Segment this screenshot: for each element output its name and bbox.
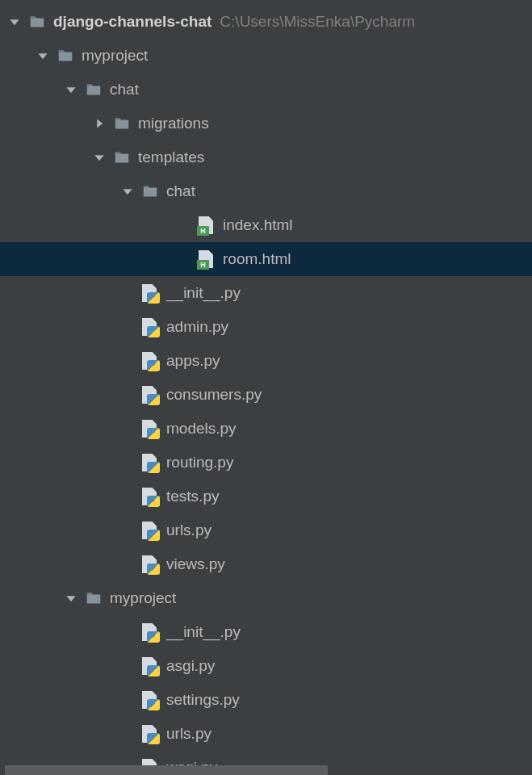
tree-item-label: urls.py: [166, 725, 212, 743]
folder-icon: [84, 80, 103, 99]
tree-item-label: admin.py: [166, 318, 228, 336]
project-tree[interactable]: django-channels-chatC:\Users\MissEnka\Py…: [0, 0, 532, 775]
python-file-icon: [140, 284, 160, 302]
tree-row[interactable]: settings.py: [0, 683, 532, 717]
tree-row[interactable]: __init__.py: [0, 615, 532, 649]
tree-item-label: room.html: [223, 250, 291, 268]
tree-item-label: routing.py: [166, 454, 233, 471]
python-file-icon: [140, 488, 160, 505]
python-file-icon: [140, 352, 160, 370]
tree-row[interactable]: urls.py: [0, 717, 532, 751]
tree-item-label: django-channels-chat: [53, 13, 212, 31]
tree-row[interactable]: Hindex.html: [0, 208, 532, 242]
tree-row[interactable]: django-channels-chatC:\Users\MissEnka\Py…: [0, 5, 532, 39]
tree-row[interactable]: views.py: [0, 547, 532, 581]
tree-row[interactable]: myproject: [0, 39, 532, 73]
tree-item-label: chat: [110, 81, 139, 98]
tree-item-label: __init__.py: [166, 284, 241, 302]
tree-row[interactable]: chat: [0, 174, 532, 208]
tree-row[interactable]: consumers.py: [0, 378, 532, 412]
chevron-down-icon[interactable]: [63, 82, 79, 98]
tree-row[interactable]: models.py: [0, 412, 532, 446]
tree-row[interactable]: admin.py: [0, 310, 532, 344]
tree-item-label: tests.py: [166, 488, 219, 505]
chevron-down-icon[interactable]: [63, 590, 79, 606]
tree-row[interactable]: migrations: [0, 107, 532, 140]
tree-item-label: settings.py: [166, 691, 240, 709]
folder-icon: [56, 46, 75, 65]
chevron-right-icon[interactable]: [91, 115, 107, 132]
tree-item-label: myproject: [82, 47, 148, 65]
folder-icon: [27, 12, 47, 31]
python-file-icon: [140, 555, 160, 573]
html-file-icon: H: [197, 250, 216, 268]
tree-item-label: apps.py: [166, 352, 220, 370]
tree-row[interactable]: routing.py: [0, 446, 532, 480]
tree-item-label: views.py: [166, 555, 225, 573]
tree-item-label: index.html: [223, 216, 293, 234]
python-file-icon: [140, 420, 160, 438]
python-file-icon: [140, 691, 160, 709]
tree-item-label: templates: [138, 149, 204, 166]
python-file-icon: [140, 386, 160, 404]
tree-row[interactable]: __init__.py: [0, 276, 532, 310]
tree-item-label: myproject: [110, 589, 176, 607]
horizontal-scrollbar-thumb[interactable]: [5, 765, 328, 775]
tree-item-label: migrations: [138, 115, 209, 132]
chevron-down-icon[interactable]: [6, 14, 23, 30]
python-file-icon: [140, 657, 160, 675]
python-file-icon: [140, 725, 160, 743]
tree-row[interactable]: apps.py: [0, 344, 532, 378]
tree-item-label: chat: [166, 182, 195, 200]
tree-item-label: asgi.py: [166, 657, 215, 675]
tree-row[interactable]: urls.py: [0, 513, 532, 547]
tree-row[interactable]: tests.py: [0, 480, 532, 513]
tree-item-label: models.py: [166, 420, 237, 438]
tree-row[interactable]: chat: [0, 73, 532, 107]
python-file-icon: [140, 454, 160, 471]
folder-icon: [84, 589, 103, 608]
chevron-down-icon[interactable]: [119, 183, 136, 199]
tree-item-label: urls.py: [166, 522, 212, 539]
folder-icon: [112, 148, 132, 167]
html-file-icon: H: [197, 216, 216, 234]
tree-row[interactable]: asgi.py: [0, 649, 532, 683]
python-file-icon: [140, 522, 160, 539]
python-file-icon: [140, 318, 160, 336]
folder-icon: [140, 182, 160, 201]
chevron-down-icon[interactable]: [91, 149, 107, 165]
python-file-icon: [140, 623, 160, 641]
chevron-down-icon[interactable]: [35, 48, 51, 64]
tree-item-label: consumers.py: [166, 386, 262, 404]
tree-row[interactable]: templates: [0, 140, 532, 174]
tree-row[interactable]: Hroom.html: [0, 242, 532, 276]
tree-item-label: __init__.py: [166, 623, 241, 641]
folder-icon: [112, 114, 132, 133]
tree-row[interactable]: myproject: [0, 581, 532, 615]
project-path: C:\Users\MissEnka\Pycharm: [220, 13, 415, 31]
